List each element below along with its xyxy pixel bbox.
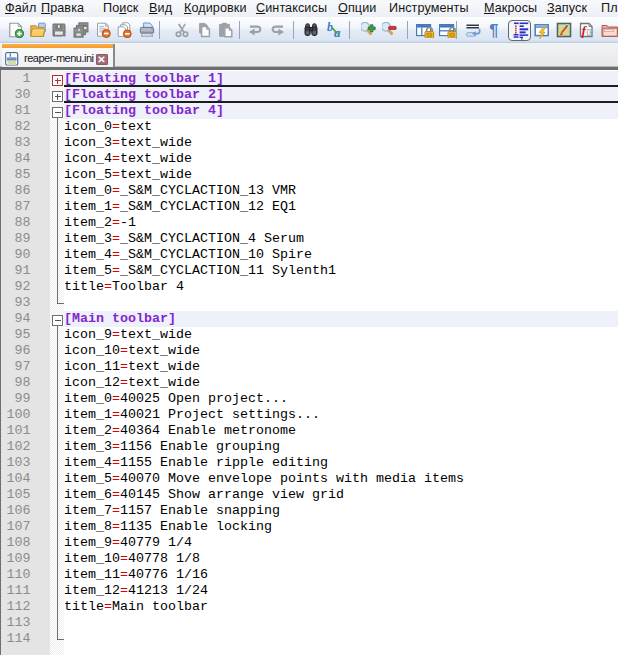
svg-text:{}: {} bbox=[586, 27, 592, 36]
svg-text:¶: ¶ bbox=[489, 22, 498, 38]
